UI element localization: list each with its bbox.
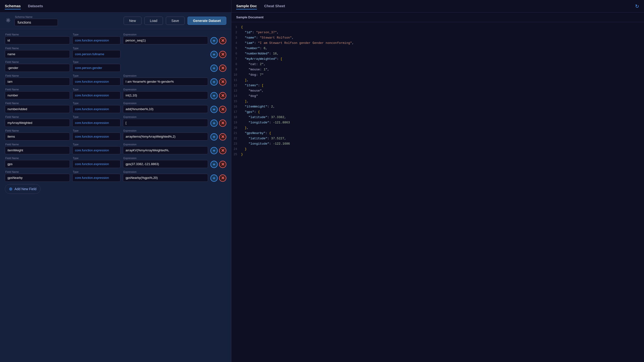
settings-icon-btn[interactable] [5,17,12,25]
field-name-input[interactable] [5,50,70,58]
load-button[interactable]: Load [144,17,163,25]
field-name-input[interactable] [5,119,70,127]
expr-group: Expression [123,129,208,140]
type-label: Type [73,170,120,173]
expr-group: Expression [123,116,208,127]
line-content: "mouse", [241,88,644,93]
type-input[interactable] [72,132,120,140]
add-new-field-button[interactable]: ⊕ Add New Field [5,184,40,194]
code-line: 14 "dog" [232,94,644,99]
type-input[interactable] [72,160,120,168]
schema-name-label: Schema Name [15,16,58,18]
field-name-input[interactable] [5,78,70,86]
add-field-row-button[interactable]: + [210,37,218,44]
add-field-row-button[interactable]: + [210,147,218,154]
remove-field-row-button[interactable]: ✕ [219,174,226,182]
field-name-input[interactable] [5,105,70,113]
remove-field-row-button[interactable]: ✕ [219,78,226,86]
field-name-group: Field Name [5,88,70,99]
refresh-button[interactable]: ↻ [635,3,639,9]
expr-input[interactable] [123,78,208,86]
remove-field-row-button[interactable]: ✕ [219,147,226,154]
line-content: ], [241,78,644,83]
type-input[interactable] [72,105,120,113]
field-actions: + ✕ [210,157,226,168]
field-name-group: Field Name [5,157,70,168]
expr-input[interactable] [123,132,208,140]
field-row: Field Name Type Expression + ✕ [5,33,226,44]
add-field-row-button[interactable]: + [210,78,218,86]
tab-sample-doc[interactable]: Sample Doc [236,3,257,10]
field-name-label: Field Name [5,102,70,104]
field-actions: + ✕ [210,60,226,72]
add-field-row-button[interactable]: + [210,64,218,72]
add-field-row-button[interactable]: + [210,161,218,168]
expr-input[interactable] [123,146,208,154]
tab-datasets[interactable]: Datasets [28,3,43,10]
remove-field-row-button[interactable]: ✕ [219,37,226,44]
add-field-row-button[interactable]: + [210,174,218,182]
field-name-label: Field Name [5,47,70,50]
field-name-input[interactable] [5,64,70,72]
type-input[interactable] [72,91,120,99]
add-field-row-button[interactable]: + [210,106,218,113]
remove-field-row-button[interactable]: ✕ [219,51,226,58]
field-name-input[interactable] [5,146,70,154]
expr-input[interactable] [123,91,208,99]
field-row: Field Name Type Expression + ✕ [5,143,226,154]
field-name-input[interactable] [5,160,70,168]
type-input[interactable] [72,78,120,86]
line-number: 3 [232,36,241,40]
expr-input[interactable] [123,105,208,113]
type-input[interactable] [72,50,120,58]
remove-field-row-button[interactable]: ✕ [219,133,226,140]
code-line: 15 ], [232,99,644,104]
expr-group: Expression [123,88,208,99]
tab-cheat-sheet[interactable]: Cheat Sheet [264,3,285,10]
line-content: "gpsNearby": { [241,131,644,136]
line-content: "longitude": -121.8863 [241,120,644,125]
remove-field-row-button[interactable]: ✕ [219,161,226,168]
type-input[interactable] [72,119,120,127]
schema-name-input[interactable] [14,19,58,26]
field-actions: + ✕ [210,129,226,140]
line-number: 12 [232,83,241,88]
field-name-group: Field Name [5,102,70,113]
code-line: 16 "itemWeight": 2, [232,104,644,110]
field-row: Field Name Type Expression + ✕ [5,157,226,168]
field-name-input[interactable] [5,36,70,44]
field-name-input[interactable] [5,91,70,99]
field-name-input[interactable] [5,132,70,140]
save-button[interactable]: Save [166,17,184,25]
svg-point-0 [8,20,9,21]
expr-input[interactable] [123,174,208,182]
expr-input[interactable] [123,36,208,44]
generate-dataset-button[interactable]: Generate Dataset [188,17,226,25]
expr-label: Expression [124,33,208,36]
expr-input[interactable] [123,160,208,168]
add-field-row-button[interactable]: + [210,133,218,140]
remove-field-row-button[interactable]: ✕ [219,120,226,127]
field-name-group: Field Name [5,47,70,58]
type-input[interactable] [72,174,120,182]
remove-field-row-button[interactable]: ✕ [219,92,226,99]
type-input[interactable] [72,146,120,154]
type-input[interactable] [72,64,120,72]
expr-label: Expression [124,157,208,160]
line-content: "latitude": 37.3382, [241,115,644,120]
tab-schemas[interactable]: Schemas [5,3,21,10]
add-field-row-button[interactable]: + [210,120,218,127]
add-field-row-button[interactable]: + [210,51,218,58]
line-content: "dog: 7" [241,72,644,77]
expr-input[interactable] [123,119,208,127]
remove-field-row-button[interactable]: ✕ [219,64,226,72]
remove-field-row-button[interactable]: ✕ [219,106,226,113]
field-row: Field Name Type Expression + ✕ [5,88,226,99]
field-name-input[interactable] [5,174,70,182]
add-field-row-button[interactable]: + [210,92,218,99]
field-name-group: Field Name [5,74,70,86]
type-input[interactable] [72,36,120,44]
new-button[interactable]: New [124,17,142,25]
expr-group: Expression [123,143,208,154]
code-line: 6 "numberAdded": 16, [232,51,644,56]
